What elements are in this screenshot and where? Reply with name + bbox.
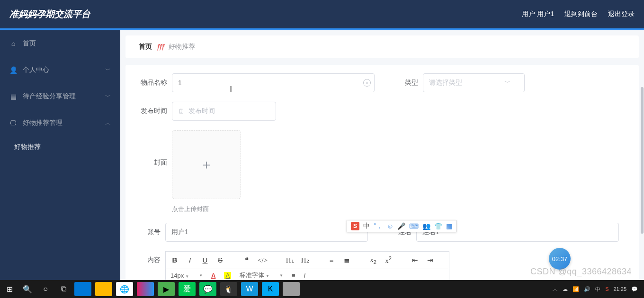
sidebar-subitem-recommend[interactable]: 好物推荐 [0,136,120,158]
ime-punct-icon[interactable]: °， [374,222,383,230]
cover-upload[interactable]: ＋ [172,130,241,199]
app-qq[interactable]: 🐧 [220,282,237,296]
chevron-up-icon: ︿ [105,119,111,127]
tray-chevron-icon[interactable]: ︿ [553,286,558,293]
sidebar-label-personal: 个人中心 [23,66,49,74]
app-k[interactable]: K [262,282,279,296]
app-wechat[interactable]: 💬 [199,282,216,296]
app-other[interactable] [283,282,300,296]
ime-mode[interactable]: 中 [363,222,370,230]
tray-ime-icon[interactable]: 中 [595,286,600,293]
user-label[interactable]: 用户 用户1 [522,10,554,18]
type-select[interactable]: 请选择类型 ﹀ [423,73,525,92]
sidebar-item-home[interactable]: ⌂首页 [0,30,120,57]
brand-title: 准妈妈孕期交流平台 [9,8,90,20]
crumb-current: 好物推荐 [169,43,195,51]
tray-time[interactable]: 21:25 [613,286,626,292]
ime-keyboard-icon[interactable]: ⌨ [409,222,419,230]
sidebar-label-share: 待产经验分享管理 [23,92,76,101]
chevron-down-icon: ﹀ [105,66,111,74]
top-bar: 准妈妈孕期交流平台 用户 用户1 退到到前台 退出登录 [0,0,644,28]
app-music[interactable]: ▶ [158,282,175,296]
align-icon[interactable]: ≡ [292,272,295,279]
superscript-icon[interactable]: x2 [384,255,393,265]
sidebar-label-rec: 好物推荐管理 [23,119,63,127]
app-edge[interactable] [74,282,91,296]
scrollbar-track[interactable] [640,87,644,280]
calendar-icon: 🗓 [178,107,185,115]
sidebar-label-home: 首页 [23,39,36,48]
underline-icon[interactable]: U [201,256,209,264]
app-chrome[interactable]: 🌐 [116,282,133,296]
ordered-list-icon[interactable]: ≡ [327,256,336,264]
publish-placeholder: 发布时间 [188,107,215,115]
text-color-icon[interactable]: A [211,272,215,279]
search-icon[interactable]: 🔍 [20,282,35,296]
label-account: 账号 [139,228,161,237]
tray-wifi-icon[interactable]: 📶 [572,286,579,292]
code-icon[interactable]: </> [258,256,268,264]
item-name-input[interactable] [172,73,375,92]
breadcrumb: 首页 𝔣𝔣𝔣 好物推荐 [125,35,639,58]
label-publish-time: 发布时间 [139,107,167,115]
h2-icon[interactable]: H₂ [301,256,309,264]
app-iqiyi[interactable]: 爱 [179,282,196,296]
tray-cloud-icon[interactable]: ☁ [563,286,568,292]
app-word[interactable]: W [241,282,258,296]
label-item-name: 物品名称 [139,79,167,87]
sidebar: ⌂首页 👤个人中心 ﹀ ▦待产经验分享管理 ﹀ 🖵好物推荐管理 ︿ 好物推荐 [0,30,120,298]
ime-skin-icon[interactable]: 👕 [434,222,442,230]
label-type: 类型 [401,79,418,87]
sidebar-item-share-mgmt[interactable]: ▦待产经验分享管理 ﹀ [0,83,120,110]
clear-format-icon[interactable]: I [304,272,306,279]
to-frontend-link[interactable]: 退到到前台 [564,10,598,18]
ime-mic-icon[interactable]: 🎤 [397,222,405,230]
chevron-down-icon: ﹀ [105,93,111,101]
cover-hint: 点击上传封面 [172,205,241,213]
quote-icon[interactable]: ❝ [242,256,251,264]
crumb-home[interactable]: 首页 [139,43,152,51]
font-family-select[interactable]: 标准字体▼ [240,271,269,280]
tray-notification-icon[interactable]: 💬 [631,286,638,292]
strike-icon[interactable]: S [216,256,224,264]
h1-icon[interactable]: H₁ [286,256,294,264]
clear-icon[interactable]: × [363,79,371,87]
ime-toolbar[interactable]: S 中 °， ☺ 🎤 ⌨ 👥 👕 ▦ [347,220,456,232]
sidebar-item-personal[interactable]: 👤个人中心 ﹀ [0,57,120,83]
scrollbar-thumb[interactable] [641,87,644,234]
start-icon[interactable]: ⊞ [2,282,17,296]
system-tray[interactable]: ︿ ☁ 📶 🔊 中 S 21:25 💬 [553,286,642,293]
text-cursor-icon: Ⅰ [230,84,232,95]
watermark: CSDN @qq_3366428634 [530,267,632,277]
label-content: 内容 [139,256,161,264]
publish-time-input[interactable]: 🗓 发布时间 [172,102,276,121]
type-placeholder: 请选择类型 [429,79,462,87]
app-explorer[interactable] [95,282,112,296]
chevron-down-icon: ﹀ [504,79,511,87]
logout-link[interactable]: 退出登录 [608,10,635,18]
unordered-list-icon[interactable]: ≣ [342,256,351,264]
ime-grid-icon[interactable]: ▦ [446,222,452,230]
cortana-icon[interactable]: ○ [38,282,53,296]
font-size-select[interactable]: 14px▼ [170,272,189,279]
ime-emoji-icon[interactable]: ☺ [387,222,394,230]
subscript-icon[interactable]: x2 [369,256,377,265]
plus-icon: ＋ [200,156,213,174]
tray-sogou-icon[interactable]: S [605,286,608,292]
tray-volume-icon[interactable]: 🔊 [584,286,590,292]
italic-icon[interactable]: I [186,256,194,264]
monitor-icon: 🖵 [9,119,17,127]
outdent-icon[interactable]: ⇤ [411,256,419,264]
editor-toolbar: B I U S ❝ </> H₁ H₂ ≡ ≣ [165,251,449,269]
sidebar-item-rec-mgmt[interactable]: 🖵好物推荐管理 ︿ [0,110,120,136]
bg-color-icon[interactable]: A [224,272,231,279]
app-video[interactable] [137,282,154,296]
account-input[interactable] [165,223,368,242]
indent-icon[interactable]: ⇥ [426,256,434,264]
taskview-icon[interactable]: ⧉ [56,282,71,296]
breadcrumb-icon: 𝔣𝔣𝔣 [157,43,164,51]
bold-icon[interactable]: B [170,256,179,264]
home-icon: ⌂ [9,40,17,47]
ime-user-icon[interactable]: 👥 [422,222,430,230]
label-cover: 封面 [139,158,167,167]
